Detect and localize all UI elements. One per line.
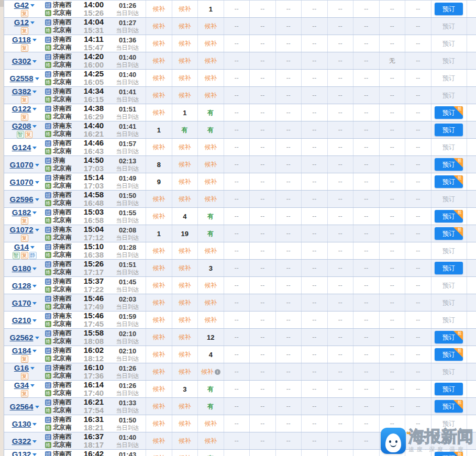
- train-number-link[interactable]: G2562: [9, 333, 33, 341]
- chevron-down-icon[interactable]: [35, 77, 39, 80]
- train-number-link[interactable]: G34: [14, 381, 29, 389]
- seat-cell[interactable]: 候补: [172, 450, 198, 456]
- chevron-down-icon[interactable]: [32, 268, 37, 270]
- train-number-link[interactable]: G382: [12, 87, 31, 95]
- train-number-link[interactable]: G1070: [9, 161, 33, 169]
- train-number-link[interactable]: G2558: [9, 74, 33, 82]
- train-number-link[interactable]: G1072: [9, 226, 33, 233]
- seat-cell[interactable]: 候补: [146, 363, 172, 380]
- train-number-link[interactable]: G2564: [9, 403, 33, 410]
- chevron-down-icon[interactable]: [35, 337, 39, 339]
- seat-cell[interactable]: 候补: [146, 18, 172, 35]
- book-button[interactable]: 预订抢: [435, 210, 463, 223]
- seat-cell[interactable]: 候补: [172, 1, 198, 17]
- chevron-down-icon[interactable]: [32, 319, 37, 322]
- seat-cell[interactable]: 候补: [197, 242, 224, 259]
- book-button[interactable]: 预订抢: [435, 175, 463, 188]
- seat-cell[interactable]: 候补: [146, 242, 172, 259]
- seat-cell[interactable]: 候补: [197, 156, 224, 173]
- train-number-link[interactable]: G12: [14, 18, 29, 26]
- seat-cell[interactable]: 候补: [197, 87, 224, 104]
- chevron-down-icon[interactable]: [32, 350, 37, 352]
- book-button[interactable]: 预订抢: [435, 452, 463, 456]
- seat-cell[interactable]: 候补: [146, 312, 172, 328]
- train-number-link[interactable]: G1070: [9, 178, 33, 186]
- train-number-link[interactable]: G2596: [9, 195, 33, 203]
- seat-cell[interactable]: 候补: [197, 277, 224, 294]
- train-number-link[interactable]: G208: [12, 122, 31, 130]
- chevron-down-icon[interactable]: [30, 367, 35, 370]
- seat-cell[interactable]: 候补: [172, 52, 198, 69]
- seat-cell[interactable]: 候补: [172, 363, 198, 380]
- seat-cell[interactable]: 候补: [146, 450, 172, 456]
- chevron-down-icon[interactable]: [30, 21, 35, 24]
- seat-cell[interactable]: 候补: [197, 139, 224, 155]
- seat-cell[interactable]: 候补: [172, 139, 198, 155]
- chevron-down-icon[interactable]: [32, 108, 37, 110]
- seat-cell[interactable]: 候补: [146, 208, 172, 225]
- train-number-link[interactable]: G170: [12, 299, 31, 307]
- seat-cell[interactable]: 候补: [197, 173, 224, 190]
- train-number-link[interactable]: G322: [12, 437, 31, 445]
- chevron-down-icon[interactable]: [35, 406, 39, 408]
- train-number-link[interactable]: G14: [14, 243, 29, 251]
- seat-cell[interactable]: 候补: [172, 242, 198, 259]
- book-button[interactable]: 预订: [435, 3, 463, 15]
- chevron-down-icon[interactable]: [32, 91, 37, 93]
- book-button[interactable]: 预订: [435, 124, 463, 136]
- seat-cell[interactable]: 候补: [146, 294, 172, 311]
- chevron-down-icon[interactable]: [32, 440, 37, 443]
- train-number-link[interactable]: G302: [12, 57, 31, 65]
- chevron-down-icon[interactable]: [32, 147, 37, 149]
- chevron-down-icon[interactable]: [35, 164, 39, 166]
- seat-cell[interactable]: 候补: [172, 173, 198, 190]
- seat-cell[interactable]: 候补: [172, 260, 198, 276]
- chevron-down-icon[interactable]: [32, 125, 37, 128]
- seat-cell[interactable]: 候补: [197, 70, 224, 86]
- train-number-link[interactable]: G42: [14, 1, 29, 9]
- train-number-link[interactable]: G124: [12, 143, 31, 151]
- seat-cell[interactable]: 候补: [172, 346, 198, 363]
- seat-cell[interactable]: 候补: [172, 191, 198, 207]
- seat-cell[interactable]: 候补: [146, 191, 172, 207]
- seat-cell[interactable]: 候补: [146, 415, 172, 432]
- seat-cell[interactable]: 候补: [146, 346, 172, 363]
- book-button[interactable]: 预订抢: [435, 400, 463, 413]
- book-button[interactable]: 预订抢: [435, 106, 463, 119]
- seat-cell[interactable]: 候补: [146, 139, 172, 155]
- seat-cell[interactable]: 候补: [146, 260, 172, 276]
- seat-cell[interactable]: 候补: [146, 104, 172, 121]
- chevron-down-icon[interactable]: [32, 453, 37, 456]
- seat-cell[interactable]: 候补: [146, 432, 172, 449]
- train-number-link[interactable]: G130: [12, 420, 31, 428]
- seat-cell[interactable]: 候补: [146, 87, 172, 104]
- seat-cell[interactable]: 候补: [172, 156, 198, 173]
- chevron-down-icon[interactable]: [32, 60, 37, 63]
- chevron-down-icon[interactable]: [30, 4, 35, 7]
- chevron-down-icon[interactable]: [35, 229, 39, 231]
- train-number-link[interactable]: G182: [12, 208, 31, 216]
- seat-cell[interactable]: 候补: [172, 329, 198, 346]
- seat-cell[interactable]: 候补: [197, 35, 224, 52]
- seat-cell[interactable]: 候补: [197, 52, 224, 69]
- seat-cell[interactable]: 候补: [172, 35, 198, 52]
- seat-cell[interactable]: 候补: [197, 191, 224, 207]
- book-button[interactable]: 预订抢: [435, 348, 463, 361]
- chevron-down-icon[interactable]: [32, 423, 37, 426]
- seat-cell[interactable]: 候补: [172, 312, 198, 328]
- seat-cell[interactable]: 候补: [146, 381, 172, 397]
- seat-cell[interactable]: 候补: [197, 294, 224, 311]
- seat-cell[interactable]: 候补: [197, 312, 224, 328]
- train-number-link[interactable]: G210: [12, 316, 31, 324]
- seat-cell[interactable]: 候补: [197, 18, 224, 35]
- chevron-down-icon[interactable]: [35, 198, 39, 201]
- train-number-link[interactable]: G132: [12, 450, 31, 456]
- seat-cell[interactable]: 候补: [197, 415, 224, 432]
- seat-cell[interactable]: 候补: [172, 277, 198, 294]
- chevron-down-icon[interactable]: [35, 181, 39, 184]
- seat-cell[interactable]: 候补: [146, 329, 172, 346]
- train-number-link[interactable]: G128: [12, 282, 31, 290]
- seat-cell[interactable]: 候补: [146, 277, 172, 294]
- seat-cell[interactable]: 候补: [146, 70, 172, 86]
- book-button[interactable]: 预订抢: [435, 227, 463, 240]
